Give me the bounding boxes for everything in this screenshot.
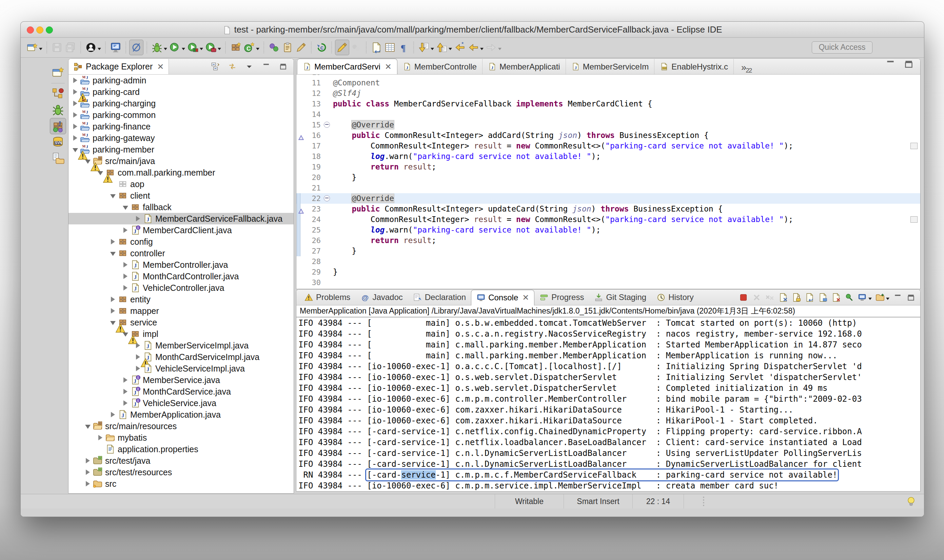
new-java-package-button[interactable] (229, 40, 242, 55)
team-sync-perspective-icon[interactable] (50, 86, 66, 102)
dropdown-caret-icon[interactable] (39, 48, 42, 52)
titlebar[interactable]: test - parking-member/src/main/java/com/… (21, 22, 924, 38)
resource-perspective-icon[interactable] (50, 151, 66, 166)
dropdown-caret-icon[interactable] (182, 48, 185, 52)
tree-item-vehiclecontroller-java[interactable]: JVehicleController.java (68, 282, 294, 294)
tree-item-entity[interactable]: entity (68, 294, 294, 305)
tree-item-monthcardcontroller-java[interactable]: JMonthCardController.java (68, 271, 294, 282)
forward-button[interactable] (485, 40, 502, 55)
account-button[interactable] (84, 40, 102, 55)
tree-item-parking-admin[interactable]: MJparking-admin (68, 75, 294, 86)
tree-item-monthcardserviceimpl-java[interactable]: JMonthCardServiceImpl.java (68, 351, 294, 363)
tree-chevron-icon[interactable] (84, 424, 92, 429)
tree-chevron-icon[interactable] (122, 285, 129, 291)
save-all-button[interactable] (64, 40, 77, 55)
run-button[interactable] (168, 40, 186, 55)
tree-chevron-icon[interactable] (109, 239, 117, 245)
tree-item-mybatis[interactable]: mybatis (68, 432, 294, 443)
toggle-highlight-button[interactable] (335, 40, 349, 55)
view-tab-problems[interactable]: Problems (299, 290, 355, 305)
code-line-16[interactable]: 16 public CommonResult<Integer> addCard(… (296, 130, 920, 141)
show-whitespace-button[interactable]: ¶ (397, 40, 410, 55)
code-line-25[interactable]: 25 log.warn("parking-card service not av… (296, 225, 920, 235)
code-line-22[interactable]: 22 @Override (296, 193, 920, 204)
code-line-27[interactable]: 27 } (296, 246, 920, 256)
tree-item-impl[interactable]: impl (68, 328, 294, 340)
tree-item-memberserviceimpl-java[interactable]: JMemberServiceImpl.java (68, 340, 294, 351)
code-line-26[interactable]: 26 return result; (296, 235, 920, 246)
code-line-18[interactable]: 18 log.warn("parking-card service not av… (296, 151, 920, 162)
dropdown-caret-icon[interactable] (256, 48, 259, 52)
tree-item-aop[interactable]: aop (68, 178, 294, 190)
editor-tab-memberserviceim[interactable]: JMemberServiceIm (566, 59, 655, 74)
tree-chevron-icon[interactable] (71, 101, 79, 106)
open-type-button[interactable] (267, 40, 281, 55)
dropdown-caret-icon[interactable] (498, 48, 502, 52)
maximize-button[interactable] (905, 291, 917, 304)
external-tools-button[interactable] (204, 40, 222, 55)
new-class-button[interactable]: C (242, 40, 260, 55)
display-selected-console-button[interactable] (856, 291, 873, 304)
tree-chevron-icon[interactable] (96, 435, 105, 440)
code-line-13[interactable]: 13public class MemberCardServiceFallback… (296, 98, 920, 109)
tree-item-vehicleserviceimpl-java[interactable]: JVehicleServiceImpl.java (68, 363, 294, 374)
editor-tab-membercardservi[interactable]: JMemberCardServi✕ (297, 58, 397, 74)
tree-chevron-icon[interactable] (134, 343, 142, 348)
code-line-28[interactable]: 28 (296, 256, 920, 267)
tree-item-parking-gateway[interactable]: MJparking-gateway (68, 132, 294, 144)
dropdown-caret-icon[interactable] (449, 48, 452, 52)
dropdown-caret-icon[interactable] (869, 298, 872, 302)
zoom-window-button[interactable] (46, 26, 53, 34)
show-table-button[interactable] (383, 40, 397, 55)
tree-item-config[interactable]: config (68, 236, 294, 248)
tree-chevron-icon[interactable] (122, 274, 129, 279)
code-line-30[interactable]: 30 (296, 277, 920, 288)
statusbar-drag-handle[interactable] (703, 497, 704, 506)
dropdown-caret-icon[interactable] (98, 48, 101, 52)
view-tab-javadoc[interactable]: @Javadoc (355, 290, 408, 305)
tree-item-vehicleservice-java[interactable]: JIVehicleService.java (68, 397, 294, 409)
new-wizard-button[interactable] (25, 40, 43, 55)
tree-chevron-icon[interactable] (84, 481, 92, 486)
fold-collapse-icon[interactable] (321, 120, 333, 130)
code-line-23[interactable]: 23 public CommonResult<Integer> updateCa… (296, 204, 920, 214)
tree-chevron-icon[interactable] (109, 308, 117, 314)
tree-chevron-icon[interactable] (109, 251, 117, 256)
tree-chevron-icon[interactable] (109, 412, 117, 417)
previous-annotation-button[interactable] (435, 40, 453, 55)
code-line-21[interactable]: 21 (296, 183, 920, 193)
remove-all-launches-button[interactable] (764, 291, 776, 304)
close-view-icon[interactable]: ✕ (157, 62, 164, 72)
dropdown-caret-icon[interactable] (886, 298, 889, 302)
tree-chevron-icon[interactable] (122, 205, 129, 210)
tree-item-src[interactable]: src (68, 478, 294, 489)
code-editor[interactable]: 1011@Component12@Slf4j13public class Mem… (296, 75, 920, 289)
close-tab-icon[interactable]: ✕ (522, 293, 529, 302)
tree-item-membercontroller-java[interactable]: JMemberController.java (68, 259, 294, 271)
code-line-14[interactable]: 14 (296, 109, 920, 120)
tree-item-src-test-resources[interactable]: src/test/resources (68, 466, 294, 478)
minimize-view-icon[interactable] (884, 58, 897, 72)
skip-breakpoints-button[interactable] (129, 40, 143, 55)
tree-item-client[interactable]: client (68, 190, 294, 202)
dropdown-caret-icon[interactable] (480, 48, 484, 52)
dropdown-caret-icon[interactable] (200, 48, 203, 52)
tree-chevron-icon[interactable] (109, 193, 117, 198)
clear-console-button[interactable] (777, 291, 789, 304)
tree-chevron-icon[interactable] (71, 124, 79, 129)
java-perspective-icon[interactable]: J (50, 118, 66, 134)
tree-item-membercardservicefallback-java[interactable]: JMemberCardServiceFallback.java (68, 213, 294, 225)
dropdown-caret-icon[interactable] (164, 48, 167, 52)
code-line-15[interactable]: 15 @Override (296, 120, 920, 130)
tree-item-parking-member[interactable]: MJparking-member (68, 144, 294, 155)
close-window-button[interactable] (27, 26, 34, 34)
back-button[interactable] (467, 40, 485, 55)
tree-chevron-icon[interactable] (122, 228, 129, 233)
view-tab-declaration[interactable]: Declaration (408, 290, 471, 305)
tree-item-src-test-java[interactable]: src/test/java (68, 455, 294, 466)
editor-tab-enablehystrix-c[interactable]: 010EnableHystrix.c (654, 59, 734, 74)
tree-item-mapper[interactable]: mapper (68, 305, 294, 317)
tree-chevron-icon[interactable] (122, 377, 129, 383)
view-tab-history[interactable]: History (651, 290, 699, 305)
search-button[interactable] (294, 40, 308, 55)
